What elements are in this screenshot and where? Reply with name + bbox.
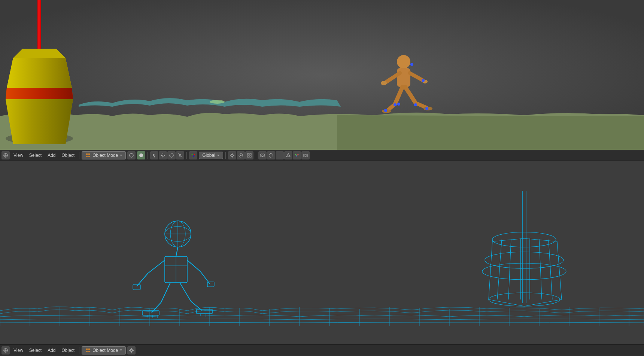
proportional-edit-btn[interactable]	[237, 151, 245, 159]
select-menu[interactable]: Select	[27, 152, 44, 159]
viewport-3d-top[interactable]: 1	[0, 0, 644, 150]
svg-point-41	[231, 154, 233, 156]
viewport-type-icon[interactable]	[1, 151, 10, 159]
snap-toggle-btn[interactable]	[228, 151, 236, 159]
cursor-tool-btn[interactable]	[150, 151, 158, 159]
svg-rect-134	[86, 351, 88, 352]
bottom-mode-arrow: ▼	[119, 349, 122, 352]
scale-tool-btn[interactable]	[176, 151, 184, 159]
svg-line-57	[295, 155, 297, 155]
object-menu-bottom[interactable]: Object	[60, 347, 77, 354]
orientation-arrow: ▼	[217, 154, 220, 157]
view-menu[interactable]: View	[11, 152, 25, 159]
sep2	[148, 152, 148, 159]
solid-mode-btn[interactable]	[137, 151, 145, 159]
svg-point-54	[269, 153, 273, 157]
viewport-3d-bottom[interactable]: 1	[0, 161, 644, 356]
svg-point-23	[414, 103, 417, 106]
sep1	[79, 152, 79, 159]
svg-point-136	[130, 349, 133, 352]
bottom-toolbar: View Select Add Object Object Mode ▼	[0, 344, 644, 356]
svg-rect-30	[86, 156, 88, 157]
bottom-sep1	[79, 347, 79, 354]
svg-rect-35	[179, 155, 181, 156]
svg-line-37	[181, 156, 182, 158]
svg-point-2	[210, 100, 225, 104]
svg-rect-7	[397, 68, 410, 87]
right-icons	[258, 151, 310, 159]
svg-rect-133	[88, 349, 90, 350]
svg-point-19	[422, 79, 425, 82]
svg-point-9	[381, 81, 387, 85]
wireframe-mode-btn[interactable]	[127, 151, 136, 159]
view-menu-bottom[interactable]: View	[11, 347, 25, 354]
xray-btn[interactable]	[267, 151, 275, 159]
svg-line-38	[193, 154, 195, 155]
svg-line-56	[297, 154, 298, 155]
svg-marker-55	[286, 153, 290, 157]
viewport-shading-btn[interactable]	[276, 151, 284, 159]
bottom-mode-label: Object Mode	[92, 348, 118, 353]
sep4	[225, 152, 226, 159]
svg-point-24	[394, 103, 397, 106]
move-tool-btn[interactable]	[159, 151, 167, 159]
rendered-btn[interactable]	[284, 151, 292, 159]
add-menu[interactable]: Add	[45, 152, 58, 159]
mode-label: Object Mode	[92, 153, 118, 158]
add-menu-bottom[interactable]: Add	[45, 347, 58, 354]
svg-point-21	[384, 109, 387, 112]
svg-rect-31	[88, 156, 90, 157]
svg-rect-61	[0, 161, 644, 356]
svg-point-47	[240, 155, 242, 156]
svg-rect-51	[250, 156, 251, 157]
viewport-type-bottom-icon[interactable]	[1, 346, 10, 355]
bottom-snap-btn[interactable]	[127, 346, 136, 355]
scene-3d-top	[0, 0, 644, 150]
svg-rect-28	[86, 153, 88, 155]
svg-point-60	[305, 155, 306, 156]
svg-point-6	[397, 55, 410, 69]
snap-icons	[228, 151, 253, 159]
svg-point-33	[139, 153, 143, 157]
orientation-label: Global	[202, 153, 215, 158]
svg-point-20	[397, 103, 400, 106]
svg-line-39	[192, 154, 193, 155]
scene-3d-bottom	[0, 161, 644, 356]
svg-rect-34	[162, 155, 163, 156]
svg-point-18	[410, 63, 413, 66]
toolbar-3d: View Select Add Object Object Mode ▼	[0, 150, 644, 161]
overlay-btn[interactable]	[258, 151, 267, 159]
gizmo-btn[interactable]	[293, 151, 301, 159]
mode-selector[interactable]: Object Mode ▼	[82, 151, 126, 159]
bottom-snap-icons	[127, 346, 136, 355]
svg-rect-48	[247, 153, 249, 155]
snap-grid-btn[interactable]	[245, 151, 253, 159]
sep5	[256, 152, 256, 159]
mode-arrow: ▼	[119, 154, 122, 157]
orientation-icon[interactable]	[189, 151, 197, 159]
svg-rect-49	[250, 153, 251, 155]
svg-line-36	[178, 153, 179, 155]
sep3	[186, 152, 187, 159]
transform-orientation[interactable]: Global ▼	[199, 152, 223, 159]
select-menu-bottom[interactable]: Select	[27, 347, 44, 354]
transform-icons	[150, 151, 184, 159]
object-menu[interactable]: Object	[60, 152, 77, 159]
svg-rect-50	[247, 156, 249, 157]
svg-rect-29	[88, 153, 90, 155]
camera-btn[interactable]	[301, 151, 310, 159]
svg-point-22	[425, 107, 428, 110]
rotate-tool-btn[interactable]	[167, 151, 176, 159]
bottom-mode-selector[interactable]: Object Mode ▼	[82, 346, 126, 355]
svg-point-32	[130, 153, 133, 157]
svg-rect-135	[88, 351, 90, 352]
svg-rect-132	[86, 349, 88, 350]
